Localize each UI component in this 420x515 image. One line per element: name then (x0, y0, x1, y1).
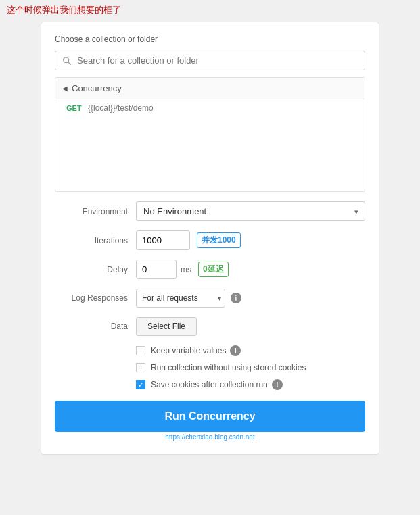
collection-tree: ◀ Concurrency GET {{local}}/test/demo (55, 77, 365, 192)
select-file-button[interactable]: Select File (136, 317, 197, 336)
checkbox-row-2: Run collection without using stored cook… (55, 363, 365, 372)
log-responses-select[interactable]: For all requestsFor failed requestsNone (136, 289, 225, 308)
top-annotation: 这个时候弹出我们想要的框了 (0, 0, 420, 22)
main-card: Choose a collection or folder ◀ Concurre… (41, 22, 379, 455)
delay-unit: ms (181, 265, 191, 274)
search-box (55, 51, 365, 70)
tree-item-path: {{local}}/test/demo (88, 103, 154, 113)
data-row: Data Select File (55, 317, 365, 336)
delay-label: Delay (55, 265, 136, 274)
no-stored-cookies-checkbox[interactable] (136, 363, 145, 372)
run-button[interactable]: Run Concurrency (55, 401, 365, 432)
delay-badge: 0延迟 (198, 262, 229, 277)
environment-label: Environment (55, 207, 136, 216)
keep-variable-label: Keep variable values (151, 346, 226, 355)
checkbox-row-1: Keep variable values i (55, 345, 365, 356)
log-info-icon[interactable]: i (231, 293, 241, 303)
save-cookies-info-icon[interactable]: i (272, 379, 283, 390)
delay-row: Delay ms 0延迟 (55, 260, 365, 279)
checkbox-row-3: Save cookies after collection run i (55, 379, 365, 390)
choose-label: Choose a collection or folder (55, 34, 365, 44)
no-stored-cookies-label: Run collection without using stored cook… (151, 363, 306, 372)
iterations-input[interactable] (136, 230, 190, 250)
http-method-badge: GET (66, 104, 82, 112)
tree-collapse-arrow: ◀ (62, 84, 68, 92)
watermark: https://chenxiao.blog.csdn.net (55, 433, 365, 441)
tree-header[interactable]: ◀ Concurrency (55, 78, 365, 99)
save-cookies-checkbox[interactable] (136, 380, 145, 389)
tree-item[interactable]: GET {{local}}/test/demo (55, 99, 365, 117)
environment-select[interactable]: No EnvironmentLocalProduction (136, 201, 365, 221)
tree-header-label: Concurrency (72, 83, 122, 93)
environment-select-wrapper: No EnvironmentLocalProduction ▾ (136, 201, 365, 221)
delay-input[interactable] (136, 260, 177, 279)
svg-line-1 (68, 62, 71, 64)
save-cookies-label: Save cookies after collection run (151, 380, 268, 389)
search-icon (62, 56, 72, 66)
environment-row: Environment No EnvironmentLocalProductio… (55, 201, 365, 221)
keep-variable-info-icon[interactable]: i (230, 345, 241, 356)
search-input[interactable] (77, 55, 358, 66)
keep-variable-checkbox[interactable] (136, 346, 145, 355)
iterations-badge: 并发1000 (197, 232, 241, 248)
form-section: Environment No EnvironmentLocalProductio… (55, 192, 365, 441)
data-label: Data (55, 322, 136, 331)
iterations-row: Iterations 并发1000 (55, 230, 365, 250)
log-responses-row: Log Responses For all requestsFor failed… (55, 289, 365, 308)
log-responses-label: Log Responses (55, 293, 136, 303)
iterations-label: Iterations (55, 236, 136, 245)
